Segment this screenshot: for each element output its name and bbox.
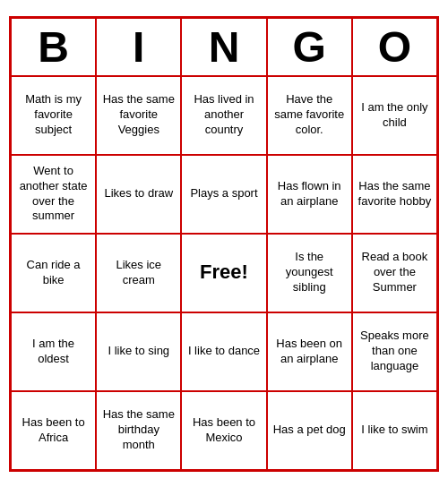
bingo-cell: Likes to draw [96,155,181,234]
bingo-cell: I like to dance [181,312,266,391]
bingo-cell: Has the same favorite Veggies [96,76,181,155]
bingo-cell: I like to swim [352,391,437,470]
bingo-card: BINGO Math is my favorite subjectHas the… [9,16,439,472]
bingo-cell: Likes ice cream [96,234,181,312]
bingo-cell: Has been on an airplane [267,312,352,391]
bingo-cell: Has flown in an airplane [267,155,352,234]
free-space: Free! [181,234,266,312]
bingo-cell: Math is my favorite subject [11,76,96,155]
bingo-cell: Have the same favorite color. [267,76,352,155]
bingo-cell: Has lived in another country [181,76,266,155]
bingo-cell: Speaks more than one language [352,312,437,391]
bingo-cell: Plays a sport [181,155,266,234]
bingo-cell: Is the youngest sibling [267,234,352,312]
bingo-cell: Has the same birthday month [96,391,181,470]
header-letter: O [352,18,437,76]
bingo-cell: I am the only child [352,76,437,155]
bingo-cell: Can ride a bike [11,234,96,312]
bingo-cell: Has a pet dog [267,391,352,470]
header-letter: G [267,18,352,76]
bingo-cell: Read a book over the Summer [352,234,437,312]
header-letter: B [11,18,96,76]
bingo-cell: Has been to Africa [11,391,96,470]
bingo-cell: Has been to Mexico [181,391,266,470]
bingo-cell: I like to sing [96,312,181,391]
header-letter: I [96,18,181,76]
bingo-grid: Math is my favorite subjectHas the same … [11,76,437,470]
bingo-cell: I am the oldest [11,312,96,391]
bingo-cell: Went to another state over the summer [11,155,96,234]
bingo-cell: Has the same favorite hobby [352,155,437,234]
header-letter: N [181,18,266,76]
bingo-header: BINGO [11,18,437,76]
